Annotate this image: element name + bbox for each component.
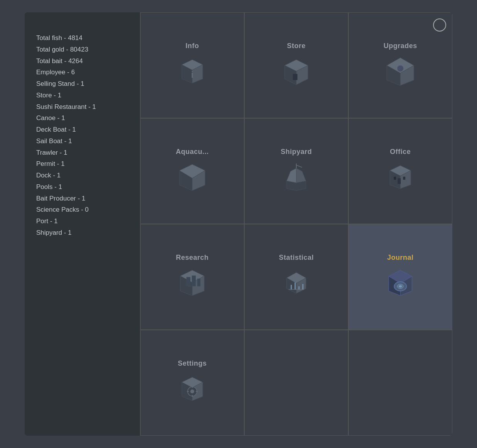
- building-icon-info: i: [175, 54, 210, 89]
- grid-cell-label-office: Office: [390, 148, 411, 156]
- svg-point-51: [399, 285, 402, 288]
- grid-cell-empty2: [348, 330, 452, 436]
- journal-entry: Selling Stand - 1: [36, 78, 128, 90]
- grid-cell-label-statistical: Statistical: [279, 254, 314, 262]
- journal-entry: Store - 1: [36, 90, 128, 101]
- app-container: Total fish - 4814Total gold - 80423Total…: [0, 0, 477, 448]
- journal-entry: Canoe - 1: [36, 112, 128, 124]
- grid-panel: Info i Store Upgrades Aquacu... Shipyard: [140, 12, 452, 436]
- svg-line-21: [296, 165, 302, 167]
- journal-panel: Total fish - 4814Total gold - 80423Total…: [25, 12, 140, 436]
- journal-entry: Science Packs - 0: [36, 204, 128, 216]
- journal-entries: Total fish - 4814Total gold - 80423Total…: [36, 32, 128, 239]
- journal-entry: Total bait - 4264: [36, 55, 128, 67]
- svg-rect-34: [192, 276, 196, 286]
- grid-cell-aquaculture[interactable]: Aquacu...: [140, 118, 244, 224]
- grid-cell-statistical[interactable]: Statistical: [244, 224, 348, 330]
- building-icon-statistical: [279, 266, 314, 300]
- grid-cell-label-settings: Settings: [178, 359, 207, 368]
- building-icon-aquaculture: [175, 160, 210, 194]
- grid-cell-shipyard[interactable]: Shipyard: [244, 118, 348, 224]
- journal-entry: Sail Boat - 1: [36, 135, 128, 147]
- svg-rect-26: [398, 178, 401, 184]
- journal-entry: Shipyard - 1: [36, 227, 128, 239]
- svg-rect-8: [293, 74, 297, 80]
- journal-entry: Deck Boat - 1: [36, 124, 128, 135]
- close-button[interactable]: [433, 18, 446, 32]
- grid-cell-label-shipyard: Shipyard: [280, 148, 312, 156]
- building-icon-office: [383, 160, 418, 194]
- svg-rect-35: [197, 279, 200, 286]
- grid-cell-label-aquaculture: Aquacu...: [176, 148, 209, 156]
- grid-cell-label-upgrades: Upgrades: [383, 42, 417, 50]
- grid-cell-label-store: Store: [287, 42, 306, 50]
- journal-entry: Sushi Restaurant - 1: [36, 101, 128, 113]
- grid-cell-research[interactable]: Research: [140, 224, 244, 330]
- modal: Total fish - 4814Total gold - 80423Total…: [25, 12, 452, 436]
- journal-entry: Pools - 1: [36, 181, 128, 193]
- grid-cell-label-research: Research: [176, 254, 208, 262]
- svg-point-56: [190, 389, 194, 393]
- building-icon-store: [279, 54, 314, 89]
- journal-entry: Employee - 6: [36, 67, 128, 78]
- svg-rect-27: [403, 177, 405, 180]
- svg-text:i: i: [191, 69, 194, 80]
- journal-entry: Dock - 1: [36, 170, 128, 181]
- journal-entry: Trawler - 1: [36, 147, 128, 159]
- journal-entry: Total fish - 4814: [36, 32, 128, 44]
- svg-rect-33: [186, 277, 190, 286]
- journal-entry: Total gold - 80423: [36, 44, 128, 55]
- grid-cell-settings[interactable]: Settings: [140, 330, 244, 436]
- building-icon-shipyard: [279, 160, 314, 194]
- svg-point-13: [397, 65, 403, 72]
- building-icon-journal: [383, 266, 418, 300]
- building-icon-research: [175, 266, 210, 300]
- grid-cell-office[interactable]: Office: [348, 118, 452, 224]
- journal-entry: Permit - 1: [36, 158, 128, 170]
- svg-rect-28: [394, 177, 396, 180]
- grid-cell-empty1: [244, 330, 348, 436]
- grid-cell-info[interactable]: Info i: [140, 12, 244, 118]
- building-icon-settings: [175, 371, 210, 406]
- journal-entry: Bait Producer - 1: [36, 193, 128, 204]
- grid-cell-label-journal: Journal: [387, 254, 414, 262]
- grid-cell-label-info: Info: [186, 42, 199, 50]
- grid-cell-store[interactable]: Store: [244, 12, 348, 118]
- svg-marker-19: [287, 168, 296, 183]
- grid-cell-journal[interactable]: Journal: [348, 224, 452, 330]
- journal-entry: Port - 1: [36, 216, 128, 227]
- building-icon-upgrades: [383, 54, 418, 89]
